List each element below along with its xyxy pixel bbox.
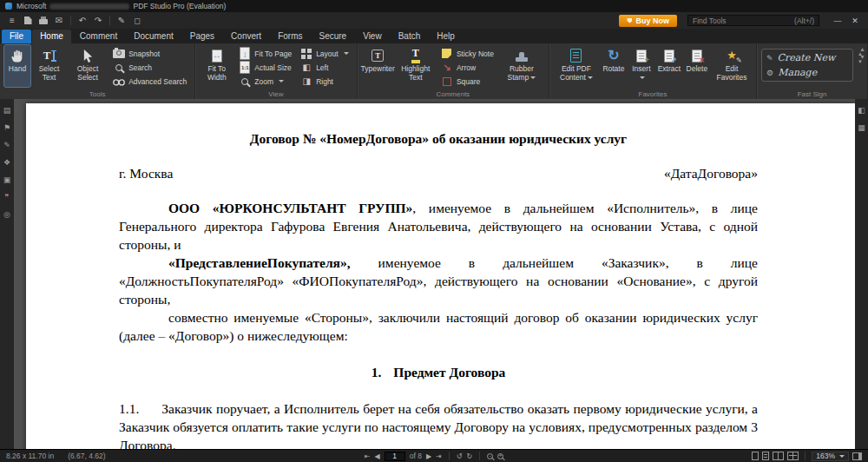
page-navigation: ⇤ ◀ of 8 ▶ ⇥ ↺ ↻ [206, 452, 662, 461]
tab-home[interactable]: Home [32, 30, 71, 43]
tab-help[interactable]: Help [429, 30, 463, 43]
edit-favorites-button[interactable]: Edit Favorites [712, 45, 752, 87]
menu-icon[interactable] [5, 15, 19, 27]
typewriter-button[interactable]: Typewriter [362, 45, 394, 87]
document-title: Договор № «НомерДоговора» об оказании юр… [119, 129, 758, 148]
undo-icon[interactable] [76, 15, 89, 27]
destinations-icon[interactable] [3, 211, 10, 219]
tab-secure[interactable]: Secure [311, 30, 354, 43]
hand-icon [10, 47, 25, 64]
chevron-up-icon[interactable]: ▲ [859, 46, 865, 52]
attachments-icon[interactable] [3, 159, 10, 167]
tab-convert[interactable]: Convert [223, 30, 269, 43]
search-button[interactable]: Search [109, 61, 190, 74]
tab-document[interactable]: Document [126, 30, 181, 43]
previous-page-button[interactable]: ◀ [375, 452, 380, 460]
previous-view-button[interactable]: ↺ [457, 452, 463, 460]
zoom-in-button[interactable] [497, 453, 503, 459]
edit-pdf-content-button[interactable]: Edit PDF Content [554, 45, 599, 87]
pdf-page[interactable]: Договор № «НомерДоговора» об оказании юр… [26, 103, 855, 449]
signatures-icon[interactable] [3, 142, 10, 149]
next-page-button[interactable]: ▶ [426, 452, 431, 460]
tab-file[interactable]: File [2, 30, 31, 43]
tab-comment[interactable]: Comment [72, 30, 125, 43]
save-icon[interactable] [21, 15, 35, 27]
fit-to-width-button[interactable]: Fit To Width [200, 45, 233, 87]
buy-now-button[interactable]: Buy Now [619, 15, 677, 27]
facing-continuous-view-button[interactable] [787, 452, 799, 460]
snapshot-button[interactable]: Snapshot [109, 47, 190, 60]
find-tools-search-input[interactable]: Find Tools (Alt+/) [687, 15, 819, 26]
rotate-icon [608, 47, 619, 64]
hand-tool-button[interactable]: Hand [4, 45, 30, 87]
side-panel-toggle-button[interactable] [852, 452, 862, 460]
minimize-button[interactable]: — [830, 15, 845, 27]
bookmarks-icon[interactable] [3, 124, 10, 132]
view-small-stack-1: Fit To Page Actual Size Zoom [235, 45, 295, 88]
left-pane-icon [300, 63, 312, 72]
pen-icon[interactable] [115, 15, 128, 27]
chevron-down-icon [588, 76, 593, 79]
highlight-text-button[interactable]: Highlight Text [396, 45, 436, 87]
rubber-stamp-button[interactable]: Rubber Stamp [499, 45, 544, 87]
right-panel-tabs [855, 99, 868, 449]
chevron-down-icon[interactable]: ▼ [859, 54, 865, 60]
mail-icon[interactable] [52, 15, 66, 27]
layout-button[interactable]: Layout [297, 47, 352, 60]
tab-batch[interactable]: Batch [391, 30, 429, 43]
view-small-stack-2: Layout Left Right [297, 45, 352, 88]
tab-view[interactable]: View [355, 30, 390, 43]
extract-button[interactable]: Extract [656, 45, 682, 87]
insert-button[interactable]: Insert [628, 45, 654, 87]
select-text-button[interactable]: T Select Text [32, 45, 66, 87]
document-city: г. Москва [119, 164, 173, 182]
actual-size-button[interactable]: Actual Size [235, 61, 295, 74]
layers-icon[interactable] [3, 176, 11, 184]
first-page-button[interactable]: ⇤ [365, 452, 371, 460]
tab-forms[interactable]: Forms [270, 30, 310, 43]
note-icon[interactable] [130, 15, 144, 27]
last-page-button[interactable]: ⇥ [436, 452, 442, 460]
left-pane-button[interactable]: Left [297, 61, 352, 74]
zoom-button[interactable]: Zoom [235, 75, 295, 88]
page-total-label: of 8 [410, 452, 422, 460]
delete-button[interactable]: Delete [684, 45, 710, 87]
close-button[interactable]: ✕ [847, 15, 863, 27]
next-view-button[interactable]: ↻ [466, 452, 472, 460]
tab-pages[interactable]: Pages [182, 30, 222, 43]
statusbar-separator [449, 452, 450, 460]
document-paragraph: «ПредставлениеПокупателя», именуемое в д… [119, 254, 758, 308]
print-icon[interactable] [36, 15, 50, 27]
zoom-level-select[interactable]: 163% [812, 452, 849, 461]
stamps-icon[interactable] [858, 124, 865, 132]
arrow-annotation-button[interactable]: Arrow [437, 61, 497, 74]
rotate-button[interactable]: Rotate [601, 45, 627, 87]
sticky-note-button[interactable]: Sticky Note [437, 47, 497, 60]
single-page-view-button[interactable] [752, 452, 759, 460]
redo-icon[interactable] [91, 15, 105, 27]
fit-to-page-button[interactable]: Fit To Page [235, 47, 295, 60]
right-pane-button[interactable]: Right [297, 75, 352, 88]
chevron-down-icon [839, 455, 845, 458]
document-city-date-row: г. Москва «ДатаДоговора» [119, 164, 758, 182]
fast-sign-create-new[interactable]: Create New [766, 52, 848, 63]
facing-pages-view-button[interactable] [773, 452, 784, 460]
zoom-out-button[interactable] [487, 453, 493, 459]
page-number-input[interactable] [385, 452, 405, 461]
advanced-search-button[interactable]: Advanced Search [109, 75, 190, 88]
object-select-button[interactable]: Object Select [68, 45, 108, 87]
square-label: Square [457, 77, 480, 86]
thumbnails-icon[interactable] [3, 107, 11, 115]
panes-icon[interactable] [858, 107, 865, 115]
advanced-search-label: Advanced Search [128, 77, 187, 86]
square-annotation-button[interactable]: Square [437, 75, 497, 88]
ribbon-group-favorites: Edit PDF Content Rotate Insert Extract D… [549, 43, 757, 99]
continuous-view-button[interactable] [762, 452, 769, 460]
document-section-heading: 1.Предмет Договора [119, 363, 758, 381]
comments-icon[interactable] [5, 194, 10, 201]
document-viewport[interactable]: Договор № «НомерДоговора» об оказании юр… [14, 99, 855, 449]
ribbon-collapse-control[interactable]: ▲ ▼ [859, 46, 865, 60]
fast-sign-manage[interactable]: Manage [766, 67, 848, 78]
comments-small-stack: Sticky Note Arrow Square [437, 45, 497, 88]
chevron-down-icon [530, 76, 536, 79]
